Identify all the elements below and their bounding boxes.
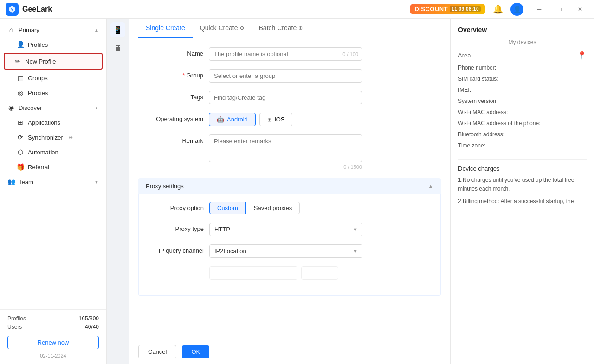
synchronizer-icon: ⟳	[17, 134, 24, 141]
discount-badge[interactable]: DISCOUNT 11.09 08:10	[410, 4, 485, 14]
sidebar-item-groups[interactable]: ▤ Groups	[0, 70, 106, 85]
name-label: Name	[138, 47, 203, 57]
charge-text-2: 2.Billing method: After a successful sta…	[451, 197, 594, 206]
overview-sim-row: SIM card status:	[458, 76, 587, 82]
overview-panel: Overview My devices Area 📍 Phone number:…	[450, 19, 594, 364]
notification-icon[interactable]: 🔔	[493, 4, 503, 14]
sidebar-item-referral[interactable]: 🎁 Referral	[0, 160, 106, 174]
profiles-value: 165/300	[79, 315, 99, 322]
users-usage-row: Users 40/40	[7, 324, 99, 330]
device-charges-title: Device charges	[451, 160, 594, 176]
overview-wifi-mac-label: Wi-Fi MAC address:	[458, 109, 587, 115]
sidebar-label-new-profile: New Profile	[25, 58, 56, 65]
sidebar-label-discover: Discover	[19, 104, 42, 111]
main-layout: ⌂ Primary ▲ 👤 Profiles ✏ New Profile ▤ G…	[0, 19, 594, 364]
os-android-button[interactable]: 🤖 Android	[209, 113, 256, 126]
sidebar-content: ⌂ Primary ▲ 👤 Profiles ✏ New Profile ▤ G…	[0, 19, 106, 309]
group-row: * Group	[138, 69, 441, 83]
os-label: Operating system	[138, 113, 203, 122]
automation-icon: ⬡	[17, 148, 24, 156]
cancel-button[interactable]: Cancel	[138, 345, 176, 358]
proxy-type-label: Proxy type	[139, 223, 204, 232]
overview-sysver-label: System version:	[458, 98, 587, 104]
titlebar-left: Y GeeLark	[6, 3, 52, 16]
renew-button[interactable]: Renew now	[7, 336, 99, 349]
remark-textarea[interactable]	[209, 134, 362, 162]
desktop-device-icon[interactable]: 🖥	[110, 41, 125, 56]
proxy-option-label: Proxy option	[139, 202, 204, 211]
name-wrapper: 0 / 100	[209, 47, 362, 61]
proxy-saved-button[interactable]: Saved proxies	[246, 202, 300, 214]
overview-phone-row: Phone number:	[458, 64, 587, 71]
sidebar: ⌂ Primary ▲ 👤 Profiles ✏ New Profile ▤ G…	[0, 19, 107, 364]
proxy-custom-button[interactable]: Custom	[209, 202, 246, 214]
sidebar-item-automation[interactable]: ⬡ Automation	[0, 145, 106, 160]
group-input[interactable]	[209, 69, 362, 83]
synchronizer-badge: ⊕	[69, 134, 73, 140]
tab-quick-create[interactable]: Quick Create ⊕	[193, 19, 252, 38]
tab-quick-create-label: Quick Create	[200, 24, 238, 32]
name-input[interactable]	[209, 47, 362, 61]
sidebar-item-new-profile[interactable]: ✏ New Profile	[5, 54, 102, 69]
sidebar-item-primary[interactable]: ⌂ Primary ▲	[0, 22, 106, 37]
maximize-button[interactable]: □	[551, 3, 568, 16]
tab-batch-create[interactable]: Batch Create ⊕	[252, 19, 310, 38]
proxy-extra-input2[interactable]	[301, 266, 338, 280]
charge-text-1: 1.No charges until you've used up the to…	[451, 176, 594, 193]
overview-area-row: Area 📍	[458, 51, 587, 60]
overview-imei-label: IMEI:	[458, 87, 587, 93]
overview-wifi-mac-phone-row: Wi-Fi MAC address of the phone:	[458, 120, 587, 127]
mobile-device-icon[interactable]: 📱	[110, 22, 125, 37]
proxies-icon: ◎	[17, 89, 24, 96]
proxy-settings-header[interactable]: Proxy settings ▲	[138, 178, 441, 194]
close-button[interactable]: ✕	[572, 3, 588, 16]
discount-time: 11.09 08:10	[450, 6, 481, 12]
name-char-count: 0 / 100	[342, 51, 358, 57]
overview-bt-row: Bluetooth address:	[458, 131, 587, 138]
ios-label: iOS	[275, 116, 285, 123]
proxy-option-row: Proxy option Custom Saved proxies	[139, 202, 440, 214]
sidebar-label-synchronizer: Synchronizer	[28, 134, 63, 141]
sidebar-item-profiles[interactable]: 👤 Profiles	[0, 37, 106, 52]
overview-tz-label: Time zone:	[458, 142, 587, 149]
tabs-bar: Single Create Quick Create ⊕ Batch Creat…	[129, 19, 450, 38]
referral-icon: 🎁	[17, 163, 24, 171]
overview-area-location-icon[interactable]: 📍	[577, 51, 587, 60]
sidebar-item-discover[interactable]: ◉ Discover ▲	[0, 100, 106, 115]
tab-single-create[interactable]: Single Create	[138, 19, 193, 38]
overview-title: Overview	[451, 19, 594, 37]
proxy-extra-input1[interactable]	[209, 266, 297, 280]
sidebar-label-primary: Primary	[19, 26, 39, 33]
ios-icon: ⊞	[267, 116, 272, 123]
user-avatar[interactable]: 👤	[510, 3, 523, 16]
proxy-type-select[interactable]: HTTP HTTPS SOCKS5	[209, 223, 362, 236]
sidebar-label-automation: Automation	[28, 149, 58, 156]
group-label: * Group	[138, 69, 203, 79]
discover-icon: ◉	[7, 104, 15, 111]
ok-button[interactable]: OK	[182, 345, 209, 358]
titlebar-controls: DISCOUNT 11.09 08:10 🔔 👤 ─ □ ✕	[410, 3, 588, 16]
proxy-extra-label	[139, 266, 204, 269]
users-value: 40/40	[85, 324, 99, 330]
batch-create-icon: ⊕	[298, 25, 303, 31]
profiles-icon: 👤	[17, 41, 24, 48]
ip-query-select[interactable]: IP2Location ipinfo.io ip-api.com	[209, 244, 362, 258]
tags-label: Tags	[138, 91, 203, 101]
sidebar-item-team[interactable]: 👥 Team ▼	[0, 174, 106, 189]
os-ios-button[interactable]: ⊞ iOS	[259, 113, 293, 126]
remark-label: Remark	[138, 134, 203, 144]
profiles-label: Profiles	[7, 315, 26, 322]
remark-char-count: 0 / 1500	[209, 164, 362, 170]
profiles-usage-row: Profiles 165/300	[7, 315, 99, 322]
name-row: Name 0 / 100	[138, 47, 441, 61]
tags-input[interactable]	[209, 91, 362, 104]
overview-area-label: Area	[458, 52, 471, 59]
window-controls: ─ □ ✕	[531, 3, 588, 16]
minimize-button[interactable]: ─	[531, 3, 548, 16]
overview-sysver-row: System version:	[458, 98, 587, 104]
sidebar-item-applications[interactable]: ⊞ Applications	[0, 115, 106, 130]
form-content: Name 0 / 100 * Group Tags	[129, 38, 450, 339]
sidebar-item-proxies[interactable]: ◎ Proxies	[0, 85, 106, 100]
sidebar-item-synchronizer[interactable]: ⟳ Synchronizer ⊕	[0, 130, 106, 145]
ip-query-row: IP query channel IP2Location ipinfo.io i…	[139, 244, 440, 258]
